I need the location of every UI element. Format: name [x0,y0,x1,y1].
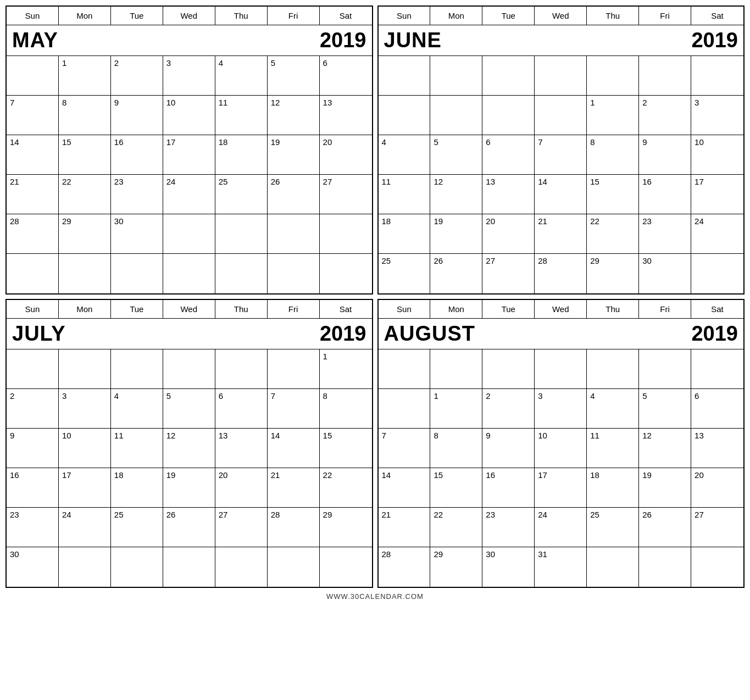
day-cell-16: 16 [482,468,535,508]
day-cell-26: 26 [268,175,320,214]
day-cell-24: 24 [691,214,743,254]
day-cell-28: 28 [535,254,587,293]
day-cell-18: 18 [587,468,639,508]
day-cell-12: 12 [268,96,320,135]
day-cell-empty [535,96,587,135]
day-cell-empty [379,349,431,389]
calendar-july-2019: SunMonTueWedThuFriSatJULY201912345678910… [5,299,373,588]
day-header-sat: Sat [691,7,743,25]
day-cell-3: 3 [691,96,743,135]
day-cell-18: 18 [215,135,268,175]
day-cell-empty [7,349,59,389]
day-cell-empty [215,349,268,389]
day-cell-11: 11 [587,429,639,468]
day-cell-4: 4 [111,389,163,429]
month-title-row: MAY2019 [7,25,372,56]
day-cell-1: 1 [430,389,482,429]
day-cell-empty [268,254,320,293]
day-header-tue: Tue [111,300,163,318]
day-cell-empty [639,56,691,96]
day-cell-23: 23 [482,508,535,547]
day-header-wed: Wed [535,300,587,318]
day-cell-empty [535,349,587,389]
day-cell-4: 4 [587,389,639,429]
day-cell-29: 29 [59,214,111,254]
day-cell-29: 29 [430,547,482,587]
month-title-row: JUNE2019 [379,25,744,56]
day-cell-empty [268,547,320,587]
day-headers-row: SunMonTueWedThuFriSat [379,300,744,319]
day-header-tue: Tue [482,7,535,25]
day-cell-2: 2 [639,96,691,135]
day-header-tue: Tue [111,7,163,25]
day-cell-26: 26 [430,254,482,293]
day-cell-8: 8 [430,429,482,468]
day-header-thu: Thu [215,300,268,318]
day-cell-empty [430,96,482,135]
day-cell-empty [482,96,535,135]
day-cell-9: 9 [482,429,535,468]
day-cell-13: 13 [320,96,372,135]
year-name: 2019 [320,322,366,346]
day-cell-16: 16 [639,175,691,214]
month-title-row: JULY2019 [7,319,372,349]
day-cell-empty [320,254,372,293]
day-cell-21: 21 [379,508,431,547]
days-grid: 1234567891011121314151617181920212223242… [379,56,744,293]
day-cell-empty [7,254,59,293]
day-cell-7: 7 [7,96,59,135]
day-cell-9: 9 [7,429,59,468]
day-cell-10: 10 [691,135,743,175]
month-name: MAY [12,29,58,52]
day-cell-14: 14 [7,135,59,175]
day-cell-empty [639,547,691,587]
day-cell-15: 15 [587,175,639,214]
day-cell-25: 25 [111,508,163,547]
day-cell-17: 17 [163,135,215,175]
day-cell-18: 18 [379,214,431,254]
day-cell-empty [691,254,743,293]
day-cell-empty [430,349,482,389]
day-cell-1: 1 [587,96,639,135]
day-cell-28: 28 [268,508,320,547]
day-cell-30: 30 [639,254,691,293]
calendar-august-2019: SunMonTueWedThuFriSatAUGUST2019123456789… [377,299,745,588]
day-header-thu: Thu [215,7,268,25]
day-cell-empty [639,349,691,389]
day-cell-empty [430,56,482,96]
day-cell-10: 10 [59,429,111,468]
day-header-mon: Mon [59,7,111,25]
day-cell-5: 5 [163,389,215,429]
calendar-june-2019: SunMonTueWedThuFriSatJUNE201912345678910… [377,5,745,295]
day-cell-22: 22 [320,468,372,508]
day-header-mon: Mon [430,7,482,25]
day-cell-25: 25 [379,254,431,293]
day-cell-27: 27 [320,175,372,214]
day-cell-empty [482,56,535,96]
day-cell-empty [535,56,587,96]
days-grid: 1234567891011121314151617181920212223242… [7,56,372,293]
day-cell-17: 17 [691,175,743,214]
day-cell-empty [320,214,372,254]
day-header-mon: Mon [430,300,482,318]
day-cell-16: 16 [7,468,59,508]
day-cell-12: 12 [430,175,482,214]
day-header-sat: Sat [320,300,372,318]
day-cell-empty [379,56,431,96]
day-cell-empty [215,547,268,587]
day-headers-row: SunMonTueWedThuFriSat [379,7,744,25]
day-cell-20: 20 [215,468,268,508]
day-cell-30: 30 [482,547,535,587]
day-cell-24: 24 [535,508,587,547]
day-header-sat: Sat [691,300,743,318]
month-name: JUNE [384,29,442,52]
day-cell-30: 30 [111,214,163,254]
days-grid: 1234567891011121314151617181920212223242… [379,349,744,587]
day-cell-3: 3 [59,389,111,429]
day-cell-30: 30 [7,547,59,587]
day-cell-6: 6 [482,135,535,175]
day-cell-empty [163,214,215,254]
day-cell-10: 10 [163,96,215,135]
day-cell-empty [111,547,163,587]
day-cell-empty [379,389,431,429]
